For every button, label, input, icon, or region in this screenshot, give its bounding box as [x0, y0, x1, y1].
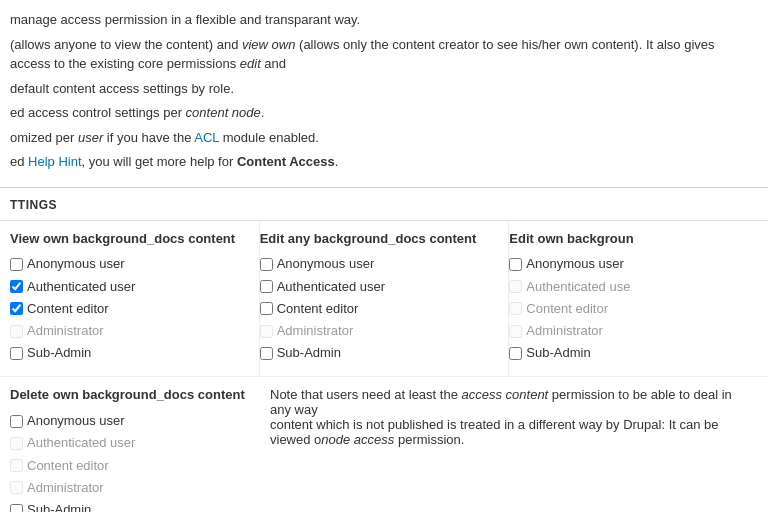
edit-any-content-editor-label: Content editor	[277, 300, 359, 318]
view-own-content-editor: Content editor	[10, 300, 254, 318]
delete-subadmin-label: Sub-Admin	[27, 501, 91, 512]
page-wrapper: manage access permission in a flexible a…	[0, 0, 768, 512]
delete-authenticated: Authenticated user	[10, 434, 255, 452]
edit-any-admin-label: Administrator	[277, 322, 354, 340]
delete-own-section: Delete own background_docs content Anony…	[10, 377, 260, 512]
note-paragraph-1: Note that users need at least the access…	[270, 387, 753, 417]
edit-any-anonymous-checkbox[interactable]	[260, 258, 273, 271]
edit-any-authenticated: Authenticated user	[260, 278, 504, 296]
delete-subadmin: Sub-Admin	[10, 501, 255, 512]
edit-any-column: Edit any background_docs content Anonymo…	[260, 221, 510, 377]
view-own-admin-label: Administrator	[27, 322, 104, 340]
view-own-authenticated-checkbox[interactable]	[10, 280, 23, 293]
edit-own-anonymous-checkbox[interactable]	[509, 258, 522, 271]
view-own-admin-checkbox[interactable]	[10, 325, 23, 338]
edit-any-anonymous-label: Anonymous user	[277, 255, 375, 273]
acl-link[interactable]: ACL	[194, 130, 219, 145]
view-own-admin: Administrator	[10, 322, 254, 340]
edit-own-subadmin-checkbox[interactable]	[509, 347, 522, 360]
intro-text: (allows anyone to view the content) and	[10, 37, 242, 52]
delete-anonymous-label: Anonymous user	[27, 412, 125, 430]
edit-own-subadmin-label: Sub-Admin	[526, 344, 590, 362]
edit-own-admin-label: Administrator	[526, 322, 603, 340]
intro-line-3: default content access settings by role.	[10, 79, 758, 99]
permissions-grid: View own background_docs content Anonymo…	[0, 220, 768, 377]
delete-content-editor: Content editor	[10, 457, 255, 475]
edit-any-subadmin-checkbox[interactable]	[260, 347, 273, 360]
view-own-subadmin: Sub-Admin	[10, 344, 254, 362]
view-own-subadmin-checkbox[interactable]	[10, 347, 23, 360]
intro-line-1: manage access permission in a flexible a…	[10, 10, 758, 30]
view-own-title: View own background_docs content	[10, 231, 254, 248]
edit-any-admin: Administrator	[260, 322, 504, 340]
view-own-anonymous: Anonymous user	[10, 255, 254, 273]
edit-own-content-editor-label: Content editor	[526, 300, 608, 318]
lower-section: Delete own background_docs content Anony…	[0, 376, 768, 512]
edit-any-content-editor: Content editor	[260, 300, 504, 318]
view-own-subadmin-label: Sub-Admin	[27, 344, 91, 362]
edit-any-title: Edit any background_docs content	[260, 231, 504, 248]
view-own-content-editor-checkbox[interactable]	[10, 302, 23, 315]
edit-own-content-editor: Content editor	[509, 300, 753, 318]
edit-own-subadmin: Sub-Admin	[509, 344, 753, 362]
edit-any-admin-checkbox[interactable]	[260, 325, 273, 338]
edit-any-authenticated-label: Authenticated user	[277, 278, 385, 296]
edit-own-authenticated: Authenticated use	[509, 278, 753, 296]
view-own-authenticated: Authenticated user	[10, 278, 254, 296]
edit-own-anonymous: Anonymous user	[509, 255, 753, 273]
delete-authenticated-label: Authenticated user	[27, 434, 135, 452]
view-own-content-editor-label: Content editor	[27, 300, 109, 318]
note-paragraph-2: content which is not published is treate…	[270, 417, 753, 447]
delete-subadmin-checkbox[interactable]	[10, 504, 23, 512]
edit-any-anonymous: Anonymous user	[260, 255, 504, 273]
intro-line-4: ed access control settings per content n…	[10, 103, 758, 123]
help-hint-link[interactable]: Help Hint	[28, 154, 81, 169]
delete-anonymous-checkbox[interactable]	[10, 415, 23, 428]
edit-own-authenticated-label: Authenticated use	[526, 278, 630, 296]
intro-italic-view-own: view own	[242, 37, 295, 52]
edit-any-content-editor-checkbox[interactable]	[260, 302, 273, 315]
edit-own-column: Edit own backgroun Anonymous user Authen…	[509, 221, 758, 377]
view-own-authenticated-label: Authenticated user	[27, 278, 135, 296]
delete-admin-checkbox[interactable]	[10, 481, 23, 494]
intro-line-5: omized per user if you have the ACL modu…	[10, 128, 758, 148]
edit-any-authenticated-checkbox[interactable]	[260, 280, 273, 293]
note-section: Note that users need at least the access…	[260, 377, 758, 512]
delete-admin-label: Administrator	[27, 479, 104, 497]
intro-section: manage access permission in a flexible a…	[0, 10, 768, 188]
intro-text-3: and	[261, 56, 286, 71]
edit-own-authenticated-checkbox[interactable]	[509, 280, 522, 293]
edit-own-title: Edit own backgroun	[509, 231, 753, 248]
delete-own-title: Delete own background_docs content	[10, 387, 255, 404]
view-own-anonymous-checkbox[interactable]	[10, 258, 23, 271]
edit-own-content-editor-checkbox[interactable]	[509, 302, 522, 315]
settings-title: TTINGS	[0, 188, 768, 220]
intro-italic-edit: edit	[240, 56, 261, 71]
delete-content-editor-checkbox[interactable]	[10, 459, 23, 472]
delete-anonymous: Anonymous user	[10, 412, 255, 430]
intro-line-6: ed Help Hint, you will get more help for…	[10, 152, 758, 172]
delete-admin: Administrator	[10, 479, 255, 497]
edit-own-admin: Administrator	[509, 322, 753, 340]
delete-content-editor-label: Content editor	[27, 457, 109, 475]
delete-authenticated-checkbox[interactable]	[10, 437, 23, 450]
edit-own-admin-checkbox[interactable]	[509, 325, 522, 338]
view-own-column: View own background_docs content Anonymo…	[10, 221, 260, 377]
view-own-anonymous-label: Anonymous user	[27, 255, 125, 273]
edit-own-anonymous-label: Anonymous user	[526, 255, 624, 273]
edit-any-subadmin-label: Sub-Admin	[277, 344, 341, 362]
edit-any-subadmin: Sub-Admin	[260, 344, 504, 362]
intro-line-2: (allows anyone to view the content) and …	[10, 35, 758, 74]
